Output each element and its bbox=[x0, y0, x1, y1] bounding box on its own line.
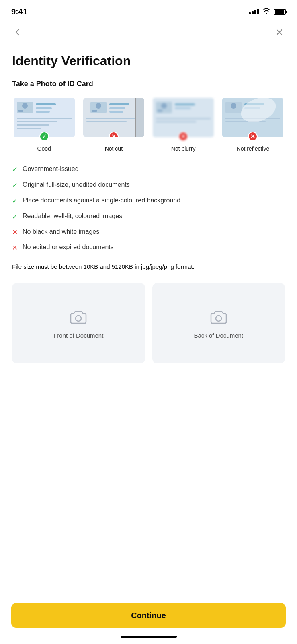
svg-rect-29 bbox=[156, 121, 196, 122]
id-example-label-notblurry: Not blurry bbox=[171, 145, 196, 152]
req-no-edited: ✕ No edited or expired documents bbox=[12, 243, 285, 253]
back-document-upload[interactable]: Back of Document bbox=[152, 283, 285, 363]
svg-rect-5 bbox=[36, 107, 52, 109]
id-example-good: ✓ Good bbox=[12, 98, 76, 152]
req-government-issued: ✓ Government-issued bbox=[12, 165, 285, 175]
home-bar bbox=[121, 636, 177, 638]
good-badge: ✓ bbox=[39, 132, 49, 141]
id-example-notblurry: ✕ Not blurry bbox=[152, 98, 215, 152]
svg-point-24 bbox=[161, 103, 167, 109]
req-text: Readable, well-lit, coloured images bbox=[23, 212, 122, 221]
req-readable: ✓ Readable, well-lit, coloured images bbox=[12, 212, 285, 222]
svg-rect-17 bbox=[109, 111, 123, 113]
check-icon: ✓ bbox=[12, 196, 18, 206]
req-background: ✓ Place documents against a single-colou… bbox=[12, 196, 285, 206]
requirements-list: ✓ Government-issued ✓ Original full-size… bbox=[12, 165, 285, 253]
front-document-label: Front of Document bbox=[53, 332, 103, 339]
svg-rect-36 bbox=[225, 121, 266, 122]
svg-rect-7 bbox=[17, 118, 72, 119]
page-title: Identity Verification bbox=[12, 53, 285, 68]
svg-rect-20 bbox=[135, 98, 144, 137]
check-icon: ✓ bbox=[12, 181, 18, 190]
wifi-icon bbox=[262, 8, 270, 16]
svg-point-13 bbox=[96, 103, 101, 109]
svg-rect-28 bbox=[156, 118, 211, 119]
svg-rect-25 bbox=[158, 110, 162, 112]
svg-rect-26 bbox=[175, 103, 195, 105]
id-example-label-notreflective: Not reflective bbox=[237, 145, 270, 152]
camera-icon-back bbox=[209, 307, 228, 326]
req-text: No edited or expired documents bbox=[23, 243, 114, 252]
file-note: File size must be between 10KB and 5120K… bbox=[12, 262, 285, 272]
content-area: Identity Verification Take a Photo of ID… bbox=[0, 49, 297, 436]
check-icon: ✓ bbox=[12, 212, 18, 222]
id-example-notcut: ✕ Not cut bbox=[82, 98, 145, 152]
nav-bar bbox=[0, 22, 297, 45]
id-example-label-good: Good bbox=[37, 145, 51, 152]
svg-point-39 bbox=[216, 316, 221, 321]
svg-rect-18 bbox=[86, 118, 141, 119]
req-text: Government-issued bbox=[23, 165, 79, 173]
doc-upload-row: Front of Document Back of Document bbox=[12, 283, 285, 363]
signal-icon bbox=[249, 9, 259, 14]
svg-rect-27 bbox=[175, 107, 191, 109]
svg-rect-8 bbox=[17, 121, 57, 122]
check-icon: ✓ bbox=[12, 165, 18, 175]
req-text: Original full-size, unedited documents bbox=[23, 180, 130, 189]
svg-rect-16 bbox=[109, 107, 125, 109]
id-example-label-notcut: Not cut bbox=[105, 145, 123, 152]
svg-rect-14 bbox=[92, 110, 97, 112]
cross-icon: ✕ bbox=[12, 243, 18, 253]
section-title: Take a Photo of ID Card bbox=[12, 80, 285, 88]
close-button[interactable] bbox=[273, 26, 286, 41]
req-no-bw: ✕ No black and white images bbox=[12, 227, 285, 237]
req-original-docs: ✓ Original full-size, unedited documents bbox=[12, 180, 285, 190]
svg-rect-15 bbox=[109, 103, 129, 105]
svg-rect-19 bbox=[86, 121, 127, 122]
svg-point-32 bbox=[231, 103, 236, 109]
id-examples: ✓ Good bbox=[12, 98, 285, 152]
front-document-upload[interactable]: Front of Document bbox=[12, 283, 145, 363]
battery-icon bbox=[274, 9, 286, 15]
status-icons bbox=[249, 8, 286, 16]
continue-button[interactable]: Continue bbox=[11, 603, 286, 628]
back-document-label: Back of Document bbox=[194, 332, 243, 339]
svg-point-2 bbox=[22, 103, 28, 109]
req-text: Place documents against a single-coloure… bbox=[23, 196, 180, 205]
req-text: No black and white images bbox=[23, 227, 99, 236]
back-button[interactable] bbox=[11, 26, 24, 41]
svg-point-38 bbox=[76, 316, 81, 321]
svg-rect-4 bbox=[36, 103, 56, 105]
svg-rect-6 bbox=[36, 111, 50, 113]
cross-icon: ✕ bbox=[12, 228, 18, 237]
id-example-notreflective: ✕ Not reflective bbox=[221, 98, 285, 152]
svg-rect-3 bbox=[18, 110, 23, 112]
status-time: 9:41 bbox=[11, 7, 27, 17]
svg-rect-9 bbox=[17, 124, 49, 126]
home-indicator bbox=[0, 636, 297, 641]
status-bar: 9:41 bbox=[0, 0, 297, 22]
camera-icon-front bbox=[69, 307, 88, 326]
notreflective-badge: ✕ bbox=[248, 132, 258, 141]
notblurry-badge: ✕ bbox=[178, 132, 188, 141]
svg-rect-10 bbox=[17, 128, 41, 129]
